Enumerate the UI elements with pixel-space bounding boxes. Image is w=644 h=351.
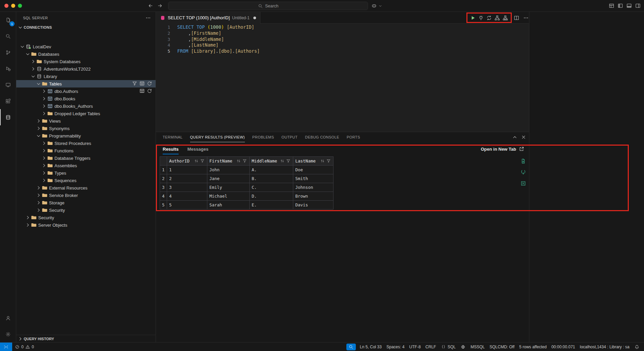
status-notifications[interactable]	[632, 343, 642, 351]
row-number-cell[interactable]: 4	[160, 192, 167, 201]
grid-column-header-middlename[interactable]: MiddleName	[250, 157, 293, 166]
tree-item-sequences[interactable]: Sequences	[16, 177, 156, 184]
copilot-menu[interactable]	[371, 3, 383, 8]
status-cursor-position[interactable]: Ln 5, Col 33	[358, 343, 384, 351]
grid-cell[interactable]: Jane	[207, 174, 250, 183]
status-zoom-indicator[interactable]	[346, 344, 356, 350]
tree-item-dbo-authors[interactable]: dbo.Authors	[16, 87, 156, 95]
layout-sidebar-right-button[interactable]	[635, 3, 641, 8]
status-query-time[interactable]: 00:00:00.071	[549, 343, 577, 351]
code-editor[interactable]: 1SELECT TOP (1000) [AuthorID]2 ,[FirstNa…	[156, 24, 529, 132]
grid-cell[interactable]: A.	[250, 166, 293, 174]
tree-item-types[interactable]: Types	[16, 169, 156, 177]
grid-cell[interactable]: 4	[167, 192, 207, 201]
activitybar-source-control[interactable]	[0, 44, 16, 60]
panel-tab-ports[interactable]: PORTS	[347, 132, 360, 142]
table-grid-action[interactable]	[139, 88, 145, 95]
status-connection[interactable]: localhost,1434 : Library : sa	[577, 343, 632, 351]
status-rows-affected[interactable]: 5 rows affected	[517, 343, 549, 351]
split-editor-button[interactable]	[514, 15, 519, 21]
results-view-tab-results[interactable]: Results	[163, 144, 179, 154]
grid-cell[interactable]: John	[207, 166, 250, 174]
more-actions-button[interactable]	[523, 15, 529, 21]
tree-item-localdev[interactable]: LocalDev	[16, 43, 156, 50]
grid-cell[interactable]: D.	[250, 192, 293, 201]
tree-item-assemblies[interactable]: Assemblies	[16, 162, 156, 169]
tree-item-dropped-ledger-tables[interactable]: Dropped Ledger Tables	[16, 110, 156, 117]
grid-column-header-firstname[interactable]: FirstName	[207, 157, 250, 166]
results-view-tab-messages[interactable]: Messages	[187, 144, 208, 154]
grid-cell[interactable]: Brown	[293, 192, 334, 201]
panel-tab-query-results-preview[interactable]: QUERY RESULTS (PREVIEW)	[190, 132, 245, 142]
grid-cell[interactable]: Smith	[293, 174, 334, 183]
grid-cell[interactable]: E.	[250, 201, 293, 209]
customize-layout-button[interactable]	[609, 3, 614, 8]
tree-item-dbo-books-authors[interactable]: dbo.Books_Authors	[16, 102, 156, 110]
code-line-2[interactable]: 2 ,[FirstName]	[156, 30, 529, 36]
status-feedback[interactable]	[458, 343, 468, 351]
estimated-plan-button[interactable]	[495, 15, 500, 21]
row-number-cell[interactable]: 2	[160, 174, 167, 183]
tree-item-views[interactable]: Views	[16, 117, 156, 125]
run-query-button[interactable]	[470, 15, 476, 21]
tree-item-database-triggers[interactable]: Database Triggers	[16, 154, 156, 162]
activitybar-search[interactable]	[0, 28, 16, 44]
filter-action[interactable]	[132, 81, 137, 87]
command-center-search[interactable]: Search	[168, 2, 368, 10]
grid-cell[interactable]: 5	[167, 201, 207, 209]
connect-button[interactable]	[478, 15, 484, 21]
query-history-section-header[interactable]: QUERY HISTORY	[16, 335, 156, 342]
maximize-panel-button[interactable]	[512, 134, 518, 141]
activitybar-remote-explorer[interactable]	[0, 77, 16, 93]
tree-item-security[interactable]: Security	[16, 214, 156, 221]
column-sort-filter[interactable]	[279, 158, 291, 164]
row-number-cell[interactable]: 5	[160, 201, 167, 209]
table-grid-action[interactable]	[139, 81, 145, 87]
refresh-action[interactable]	[147, 81, 152, 87]
connections-section-header[interactable]: CONNECTIONS	[16, 24, 156, 31]
save-as-excel-button[interactable]	[521, 181, 526, 187]
panel-tab-debug-console[interactable]: DEBUG CONSOLE	[305, 132, 339, 142]
code-line-5[interactable]: 5FROM [Library].[dbo].[Authors]	[156, 48, 529, 54]
layout-sidebar-left-button[interactable]	[618, 3, 623, 8]
grid-cell[interactable]: Emily	[207, 183, 250, 192]
tree-item-service-broker[interactable]: Service Broker	[16, 192, 156, 199]
actual-plan-button[interactable]	[503, 15, 508, 21]
grid-cell[interactable]: Johnson	[293, 183, 334, 192]
tree-item-functions[interactable]: Functions	[16, 147, 156, 154]
panel-tab-output[interactable]: OUTPUT	[281, 132, 298, 142]
layout-panel-button[interactable]	[626, 3, 632, 8]
column-sort-filter[interactable]	[236, 158, 247, 164]
tree-item-storage[interactable]: Storage	[16, 199, 156, 206]
tree-item-security[interactable]: Security	[16, 206, 156, 214]
grid-corner-cell[interactable]	[160, 157, 167, 166]
close-window-button[interactable]	[4, 4, 8, 8]
problems-status[interactable]: 0 0	[12, 343, 36, 351]
save-as-csv-button[interactable]	[521, 158, 526, 165]
activitybar-accounts[interactable]	[0, 310, 16, 326]
row-number-cell[interactable]: 3	[160, 183, 167, 192]
tree-item-library[interactable]: Library	[16, 73, 156, 80]
tree-item-databases[interactable]: Databases	[16, 50, 156, 58]
status-indentation[interactable]: Spaces: 4	[384, 343, 407, 351]
grid-column-header-lastname[interactable]: LastName	[293, 157, 334, 166]
status-encoding[interactable]: UTF-8	[407, 343, 423, 351]
minimize-window-button[interactable]	[11, 4, 15, 8]
editor-tab[interactable]: SELECT TOP (1000) [AuthorID] Untitled-1	[156, 12, 260, 24]
save-as-json-button[interactable]	[521, 170, 526, 176]
column-sort-filter[interactable]	[193, 158, 205, 164]
grid-cell[interactable]: 1	[167, 166, 207, 174]
grid-cell[interactable]: Michael	[207, 192, 250, 201]
grid-column-header-authorid[interactable]: AuthorID	[167, 157, 207, 166]
activitybar-run-and-debug[interactable]	[0, 60, 16, 77]
tree-item-system-databases[interactable]: System Databases	[16, 58, 156, 65]
refresh-action[interactable]	[147, 88, 152, 95]
tree-item-server-objects[interactable]: Server Objects	[16, 221, 156, 229]
open-in-new-tab-button[interactable]: Open in New Tab	[481, 144, 525, 154]
activitybar-explorer[interactable]: 1	[0, 12, 16, 28]
grid-cell[interactable]: Sarah	[207, 201, 250, 209]
close-panel-button[interactable]	[521, 134, 526, 141]
status-mssql-provider[interactable]: MSSQL	[468, 343, 487, 351]
grid-cell[interactable]: Davis	[293, 201, 334, 209]
tree-item-programmability[interactable]: Programmability	[16, 132, 156, 140]
